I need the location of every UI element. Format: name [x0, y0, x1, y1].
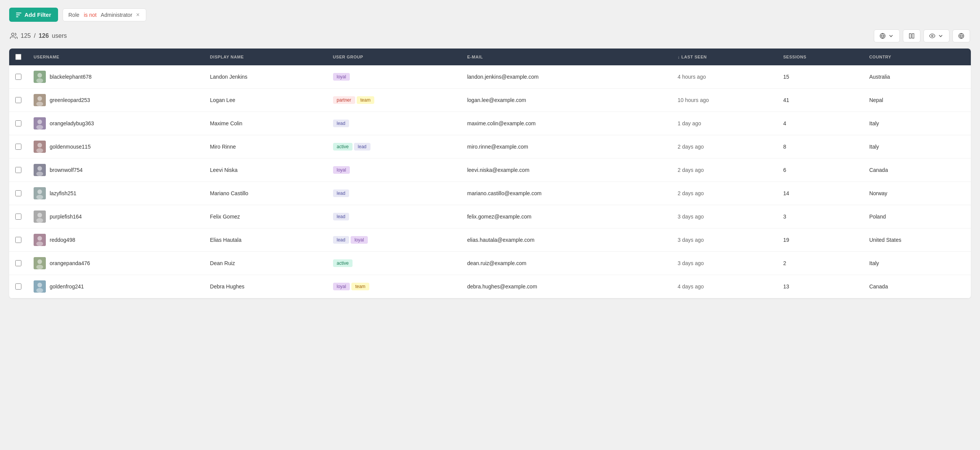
country-cell: Canada — [863, 159, 971, 182]
username-cell: orangeladybug363 — [34, 117, 198, 129]
col-username[interactable]: USERNAME — [27, 49, 204, 65]
user-group-cell: lead — [327, 205, 461, 228]
last-seen-cell: 2 days ago — [671, 135, 777, 159]
tag-lead[interactable]: lead — [333, 189, 349, 197]
columns-icon — [909, 33, 915, 39]
country-cell: Poland — [863, 205, 971, 228]
username-text: goldenmouse115 — [50, 144, 91, 150]
row-checkbox[interactable] — [15, 190, 21, 196]
table-row[interactable]: brownwolf754Leevi Niskaloyalleevi.niska@… — [9, 159, 971, 182]
row-checkbox[interactable] — [15, 167, 21, 173]
email-cell: mariano.castillo@example.com — [461, 182, 671, 205]
columns-button[interactable] — [903, 29, 920, 42]
table-row[interactable]: lazyfish251Mariano Castilloleadmariano.c… — [9, 182, 971, 205]
svg-point-36 — [37, 283, 42, 287]
row-checkbox[interactable] — [15, 97, 21, 103]
filter-role-label: Role — [68, 12, 79, 18]
tag-loyal[interactable]: loyal — [333, 73, 350, 81]
svg-rect-3 — [909, 34, 911, 38]
row-checkbox[interactable] — [15, 74, 21, 80]
table-header: USERNAME DISPLAY NAME USER GROUP E-MAIL … — [9, 49, 971, 65]
username-cell: reddog498 — [34, 234, 198, 246]
svg-point-9 — [37, 73, 42, 78]
globe-view-button[interactable] — [874, 29, 900, 42]
filtered-count: 125 — [21, 32, 31, 39]
country-cell: Nepal — [863, 89, 971, 112]
country-cell: Canada — [863, 275, 971, 298]
username-cell: blackelephant678 — [34, 71, 198, 83]
row-checkbox[interactable] — [15, 214, 21, 220]
country-cell: Italy — [863, 112, 971, 135]
table-row[interactable]: orangeladybug363Maxime Colinleadmaxime.c… — [9, 112, 971, 135]
username-text: brownwolf754 — [50, 167, 82, 173]
col-display-name[interactable]: DISPLAY NAME — [204, 49, 327, 65]
visibility-button[interactable] — [923, 29, 949, 42]
filter-chip-close-button[interactable]: × — [135, 12, 140, 18]
tag-lead[interactable]: lead — [333, 236, 349, 244]
col-last-seen[interactable]: ↓ LAST SEEN — [671, 49, 777, 65]
avatar — [34, 210, 46, 223]
row-checkbox[interactable] — [15, 120, 21, 126]
tag-active[interactable]: active — [333, 259, 353, 267]
top-bar: Add Filter Role is not Administrator × — [9, 8, 971, 22]
svg-point-16 — [36, 125, 43, 129]
svg-point-10 — [36, 78, 43, 83]
col-user-group[interactable]: USER GROUP — [327, 49, 461, 65]
country-cell: United States — [863, 228, 971, 252]
email-cell: landon.jenkins@example.com — [461, 65, 671, 89]
svg-point-31 — [36, 241, 43, 246]
count-separator: / — [34, 32, 36, 39]
tag-loyal[interactable]: loyal — [333, 283, 350, 290]
tag-active[interactable]: active — [333, 143, 353, 151]
country-cell: Norway — [863, 182, 971, 205]
row-checkbox[interactable] — [15, 237, 21, 243]
tag-loyal[interactable]: loyal — [351, 236, 368, 244]
add-filter-button[interactable]: Add Filter — [9, 8, 58, 22]
filter-value-label: Administrator — [101, 12, 132, 18]
svg-point-13 — [36, 102, 43, 106]
tag-loyal[interactable]: loyal — [333, 166, 350, 174]
last-seen-cell: 3 days ago — [671, 252, 777, 275]
filter-is-not-label: is not — [84, 12, 96, 18]
col-sessions[interactable]: SESSIONS — [777, 49, 863, 65]
table-row[interactable]: goldenfrog241Debra Hughesloyalteamdebra.… — [9, 275, 971, 298]
avatar — [34, 234, 46, 246]
tag-lead[interactable]: lead — [333, 213, 349, 220]
select-all-checkbox[interactable] — [15, 54, 21, 60]
table-row[interactable]: purplefish164Felix Gomezleadfelix.gomez@… — [9, 205, 971, 228]
user-group-cell: active — [327, 252, 461, 275]
display-name: Logan Lee — [204, 89, 327, 112]
tag-team[interactable]: team — [357, 96, 375, 104]
display-name: Elias Hautala — [204, 228, 327, 252]
sessions-cell: 14 — [777, 182, 863, 205]
sessions-cell: 19 — [777, 228, 863, 252]
table-row[interactable]: goldenmouse115Miro Rinneactiveleadmiro.r… — [9, 135, 971, 159]
col-checkbox — [9, 49, 27, 65]
tag-lead[interactable]: lead — [333, 120, 349, 127]
username-cell: lazyfish251 — [34, 187, 198, 199]
svg-point-19 — [36, 148, 43, 153]
row-checkbox[interactable] — [15, 260, 21, 266]
username-text: blackelephant678 — [50, 74, 92, 80]
table-row[interactable]: blackelephant678Landon Jenkinsloyallando… — [9, 65, 971, 89]
username-text: purplefish164 — [50, 214, 82, 220]
row-checkbox[interactable] — [15, 283, 21, 290]
filter-chip-text: Role is not Administrator — [68, 12, 132, 18]
settings-button[interactable] — [953, 29, 970, 42]
tag-lead[interactable]: lead — [354, 143, 370, 151]
users-table: USERNAME DISPLAY NAME USER GROUP E-MAIL … — [9, 49, 971, 298]
username-text: greenleopard253 — [50, 97, 90, 103]
row-checkbox[interactable] — [15, 144, 21, 150]
tag-partner[interactable]: partner — [333, 96, 355, 104]
username-cell: greenleopard253 — [34, 94, 198, 106]
col-email[interactable]: E-MAIL — [461, 49, 671, 65]
total-count: 126 — [39, 32, 49, 39]
table-row[interactable]: reddog498Elias Hautalaleadloyalelias.hau… — [9, 228, 971, 252]
email-cell: dean.ruiz@example.com — [461, 252, 671, 275]
table-row[interactable]: greenleopard253Logan Leepartnerteamlogan… — [9, 89, 971, 112]
tag-team[interactable]: team — [351, 283, 369, 290]
col-country[interactable]: COUNTRY — [863, 49, 971, 65]
table-row[interactable]: orangepanda476Dean Ruizactivedean.ruiz@e… — [9, 252, 971, 275]
filter-chip: Role is not Administrator × — [63, 8, 146, 21]
eye-icon — [929, 33, 935, 39]
